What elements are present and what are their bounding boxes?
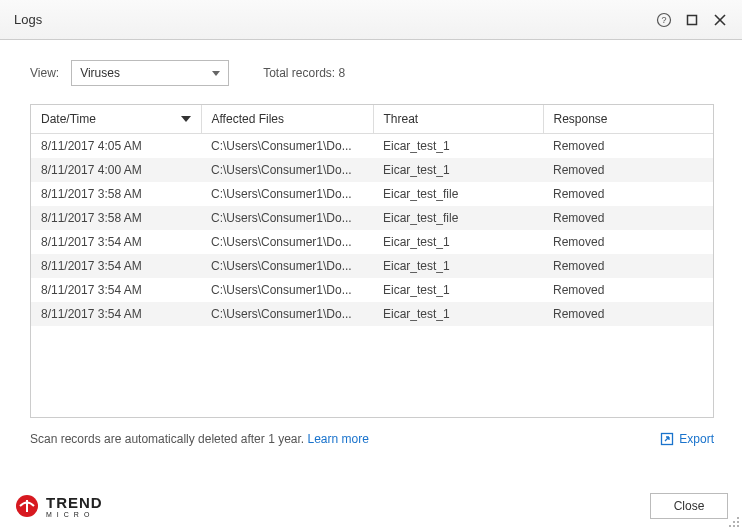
table-row[interactable]: 8/11/2017 3:54 AMC:\Users\Consumer1\Do..… [31,302,713,326]
retention-note-text: Scan records are automatically deleted a… [30,432,307,446]
cell-threat: Eicar_test_1 [373,302,543,326]
bottom-bar: TREND MICRO Close [0,482,742,530]
dropdown-value: Viruses [80,66,212,80]
col-datetime[interactable]: Date/Time [31,105,201,133]
svg-text:?: ? [661,15,666,25]
col-response[interactable]: Response [543,105,713,133]
brand-small: MICRO [46,511,103,518]
brand-text: TREND MICRO [46,495,103,518]
chevron-down-icon [212,71,220,76]
cell-threat: Eicar_test_1 [373,278,543,302]
toolbar: View: Viruses Total records: 8 [30,60,712,86]
window-title: Logs [14,12,648,27]
cell-affected: C:\Users\Consumer1\Do... [201,230,373,254]
cell-datetime: 8/11/2017 3:54 AM [31,302,201,326]
cell-response: Removed [543,230,713,254]
cell-datetime: 8/11/2017 3:58 AM [31,182,201,206]
export-link[interactable]: Export [660,432,714,446]
cell-datetime: 8/11/2017 4:00 AM [31,158,201,182]
cell-threat: Eicar_test_file [373,182,543,206]
cell-datetime: 8/11/2017 3:54 AM [31,230,201,254]
title-bar: Logs ? [0,0,742,40]
table-row[interactable]: 8/11/2017 4:00 AMC:\Users\Consumer1\Do..… [31,158,713,182]
cell-affected: C:\Users\Consumer1\Do... [201,278,373,302]
table-header-row: Date/Time Affected Files Threat Response [31,105,713,133]
help-button[interactable]: ? [652,8,676,32]
cell-affected: C:\Users\Consumer1\Do... [201,206,373,230]
svg-point-13 [737,525,739,527]
col-affected[interactable]: Affected Files [201,105,373,133]
cell-response: Removed [543,206,713,230]
cell-datetime: 8/11/2017 3:54 AM [31,278,201,302]
cell-affected: C:\Users\Consumer1\Do... [201,254,373,278]
cell-threat: Eicar_test_1 [373,133,543,158]
close-icon [714,14,726,26]
cell-affected: C:\Users\Consumer1\Do... [201,158,373,182]
cell-threat: Eicar_test_1 [373,158,543,182]
learn-more-link[interactable]: Learn more [307,432,368,446]
cell-response: Removed [543,158,713,182]
cell-response: Removed [543,182,713,206]
sort-desc-icon [181,116,191,122]
log-table: Date/Time Affected Files Threat Response… [31,105,713,326]
table-row[interactable]: 8/11/2017 3:58 AMC:\Users\Consumer1\Do..… [31,182,713,206]
svg-point-12 [733,525,735,527]
retention-note: Scan records are automatically deleted a… [30,432,660,446]
resize-grip-icon[interactable] [728,516,740,528]
cell-threat: Eicar_test_1 [373,230,543,254]
log-table-container: Date/Time Affected Files Threat Response… [30,104,714,418]
close-button[interactable]: Close [650,493,728,519]
cell-response: Removed [543,254,713,278]
total-records-value: 8 [339,66,346,80]
table-row[interactable]: 8/11/2017 3:54 AMC:\Users\Consumer1\Do..… [31,230,713,254]
cell-datetime: 8/11/2017 3:58 AM [31,206,201,230]
brand-big: TREND [46,495,103,510]
view-dropdown[interactable]: Viruses [71,60,229,86]
table-row[interactable]: 8/11/2017 3:54 AMC:\Users\Consumer1\Do..… [31,278,713,302]
cell-datetime: 8/11/2017 3:54 AM [31,254,201,278]
table-row[interactable]: 8/11/2017 3:58 AMC:\Users\Consumer1\Do..… [31,206,713,230]
maximize-icon [686,14,698,26]
col-threat[interactable]: Threat [373,105,543,133]
svg-point-8 [737,517,739,519]
total-records-label: Total records: [263,66,335,80]
cell-datetime: 8/11/2017 4:05 AM [31,133,201,158]
svg-point-9 [733,521,735,523]
trendmicro-icon [14,493,40,519]
svg-rect-2 [688,15,697,24]
cell-affected: C:\Users\Consumer1\Do... [201,182,373,206]
cell-response: Removed [543,278,713,302]
footer-row: Scan records are automatically deleted a… [30,432,714,446]
close-window-button[interactable] [708,8,732,32]
svg-point-11 [729,525,731,527]
cell-response: Removed [543,302,713,326]
total-records: Total records: 8 [263,66,345,80]
col-datetime-label: Date/Time [41,112,96,126]
brand-logo: TREND MICRO [14,493,103,519]
svg-point-10 [737,521,739,523]
view-label: View: [30,66,59,80]
cell-response: Removed [543,133,713,158]
help-icon: ? [656,12,672,28]
maximize-button[interactable] [680,8,704,32]
export-icon [660,432,674,446]
cell-affected: C:\Users\Consumer1\Do... [201,302,373,326]
table-row[interactable]: 8/11/2017 4:05 AMC:\Users\Consumer1\Do..… [31,133,713,158]
table-row[interactable]: 8/11/2017 3:54 AMC:\Users\Consumer1\Do..… [31,254,713,278]
cell-threat: Eicar_test_1 [373,254,543,278]
cell-affected: C:\Users\Consumer1\Do... [201,133,373,158]
export-label: Export [679,432,714,446]
cell-threat: Eicar_test_file [373,206,543,230]
